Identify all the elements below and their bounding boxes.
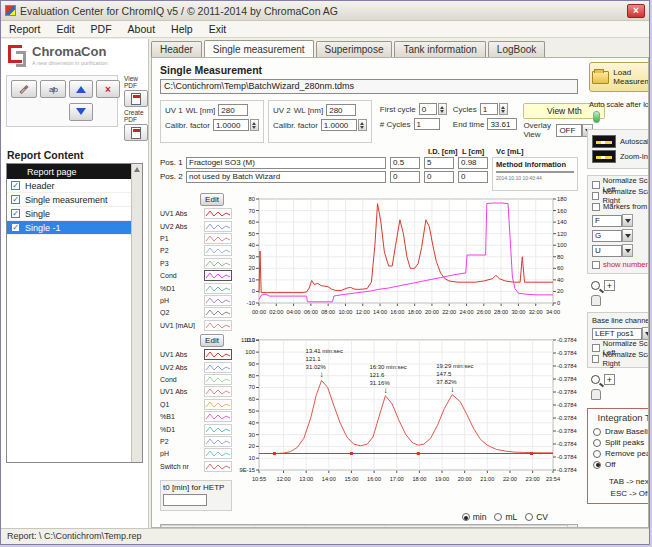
marker-channel-dropdown[interactable]: F: [592, 214, 649, 227]
zoom-plus-button[interactable]: +: [604, 374, 615, 385]
marker-channel-dropdown[interactable]: G: [592, 229, 649, 242]
menu-report[interactable]: Report: [1, 22, 49, 36]
tab-header[interactable]: Header: [151, 41, 202, 57]
pos2-vc-input[interactable]: 0: [458, 171, 488, 183]
pan-hand-icon[interactable]: [591, 295, 601, 306]
legend-item[interactable]: Switch nr: [160, 460, 239, 472]
pan-hand-icon[interactable]: [591, 389, 601, 400]
legend-item[interactable]: UV1 Abs: [160, 349, 239, 361]
load-measurement-button[interactable]: Load Measurement: [589, 62, 649, 92]
uv1-wl-input[interactable]: 280: [218, 104, 248, 116]
legend-item[interactable]: Cond: [160, 373, 239, 385]
uv2-wl-input[interactable]: 280: [326, 104, 356, 116]
unit-radio-cv[interactable]: [525, 513, 533, 521]
checkbox-icon[interactable]: [592, 355, 599, 363]
checkbox-row[interactable]: Normalize Scale Right: [592, 353, 649, 364]
menu-pdf[interactable]: PDF: [83, 22, 120, 36]
checkbox-icon[interactable]: [592, 203, 600, 211]
tab-logbook[interactable]: LogBook: [488, 41, 545, 57]
create-pdf-button[interactable]: [124, 124, 148, 141]
menu-edit[interactable]: Edit: [49, 22, 83, 36]
report-list-item[interactable]: ✓Header: [7, 179, 131, 193]
report-list-item[interactable]: ✓Single -1: [7, 221, 131, 235]
close-button[interactable]: ×: [627, 4, 645, 18]
pos1-vc-input[interactable]: 0.98: [458, 157, 488, 169]
report-list-scrollbar[interactable]: [131, 164, 142, 462]
cycles-input[interactable]: 1: [480, 103, 498, 115]
zoom-in-button[interactable]: Zoom-In: [592, 150, 649, 163]
checkbox-row[interactable]: Normalize Scale Right: [592, 190, 649, 201]
legend-item[interactable]: pH: [160, 448, 239, 460]
delete-button[interactable]: ×: [96, 80, 120, 98]
legend-item[interactable]: P2: [160, 435, 239, 447]
magnifier-icon[interactable]: [591, 281, 600, 290]
uv1-calibr-spinner[interactable]: [250, 119, 259, 131]
legend-item[interactable]: UV2 Abs: [160, 361, 239, 373]
checkbox-icon[interactable]: [592, 261, 600, 269]
chevron-down-icon[interactable]: [622, 244, 633, 257]
num-cycles-input[interactable]: 1: [414, 118, 440, 130]
integration-option-off[interactable]: Off: [593, 459, 649, 470]
chart2-edit-button[interactable]: Edit: [200, 334, 224, 347]
checkbox-icon[interactable]: [592, 181, 600, 189]
legend-item[interactable]: P3: [160, 257, 239, 269]
move-down-button[interactable]: [69, 103, 93, 121]
legend-item[interactable]: P1: [160, 232, 239, 244]
zoom-chart[interactable]: 10:5512:0013:0014:0015:0016:0017:0018:00…: [239, 334, 578, 484]
tab-tank-information[interactable]: Tank information: [394, 41, 485, 57]
pos1-column-input[interactable]: Fractogel SO3 (M): [186, 157, 386, 169]
legend-item[interactable]: Q1: [160, 398, 239, 410]
chart1-edit-button[interactable]: Edit: [200, 193, 224, 206]
legend-item[interactable]: %D1: [160, 423, 239, 435]
legend-item[interactable]: %D1: [160, 282, 239, 294]
pos1-l-input[interactable]: 5: [424, 157, 454, 169]
uv2-calibr-spinner[interactable]: [358, 119, 367, 131]
legend-item[interactable]: P2: [160, 245, 239, 257]
integration-option-split-peaks[interactable]: Split peaks: [593, 437, 649, 448]
legend-item[interactable]: UV1 Abs: [160, 208, 239, 220]
checkbox-icon[interactable]: [592, 344, 600, 352]
chevron-down-icon[interactable]: [622, 229, 633, 242]
first-cycle-input[interactable]: 0: [419, 103, 437, 115]
menu-exit[interactable]: Exit: [201, 22, 235, 36]
autoscale-led-indicator[interactable]: [593, 111, 600, 123]
checkbox-icon[interactable]: ✓: [11, 223, 20, 232]
checkbox-icon[interactable]: ✓: [11, 209, 20, 218]
edit-pencil-button[interactable]: [11, 80, 37, 98]
marker-channel-dropdown[interactable]: U: [592, 244, 649, 257]
magnifier-icon[interactable]: [591, 375, 600, 384]
report-list-item[interactable]: ✓Single measurement: [7, 193, 131, 207]
uv1-calibr-input[interactable]: 1.0000: [213, 119, 249, 131]
first-cycle-spinner[interactable]: [438, 103, 447, 115]
unit-radio-ml[interactable]: [494, 513, 502, 521]
chevron-down-icon[interactable]: [622, 214, 633, 227]
tab-single-measurement[interactable]: Single measurement: [204, 40, 314, 57]
autoscale-button[interactable]: Autoscale: [592, 135, 649, 148]
pos2-id-input[interactable]: 0: [390, 171, 420, 183]
end-time-input[interactable]: 33.61: [487, 118, 517, 130]
legend-item[interactable]: %B1: [160, 410, 239, 422]
move-up-button[interactable]: [69, 80, 93, 98]
legend-item[interactable]: UV1 Abs: [160, 386, 239, 398]
legend-item[interactable]: pH: [160, 294, 239, 306]
cycles-spinner[interactable]: [499, 103, 508, 115]
file-path-field[interactable]: C:\Contichrom\Temp\BatchWizard_280nm.tdm…: [160, 79, 578, 94]
legend-item[interactable]: Cond: [160, 270, 239, 282]
pos2-column-input[interactable]: not used by Batch Wizard: [186, 171, 386, 183]
show-number-checkbox-row[interactable]: show number: [592, 259, 649, 270]
tab-superimpose[interactable]: Superimpose: [316, 41, 393, 57]
integration-option-draw-baseline[interactable]: Draw Baseline: [593, 426, 649, 437]
unit-radio-min[interactable]: [462, 513, 470, 521]
uv2-calibr-input[interactable]: 1.0000: [321, 119, 357, 131]
t0-hetp-input[interactable]: [163, 494, 207, 506]
pos1-id-input[interactable]: 0.5: [390, 157, 420, 169]
overview-chart[interactable]: 00:0002:0004:0006:0008:0010:0012:0014:00…: [239, 193, 578, 317]
zoom-plus-button[interactable]: +: [604, 280, 615, 291]
legend-item[interactable]: UV2 Abs: [160, 220, 239, 232]
legend-item[interactable]: UV1 [mAU]: [160, 319, 239, 331]
checkbox-icon[interactable]: ✓: [11, 181, 20, 190]
view-pdf-button[interactable]: [124, 90, 148, 107]
report-list-item[interactable]: ✓Single: [7, 207, 131, 221]
integration-option-remove-peaks[interactable]: Remove peaks: [593, 448, 649, 459]
pos2-l-input[interactable]: 0: [424, 171, 454, 183]
